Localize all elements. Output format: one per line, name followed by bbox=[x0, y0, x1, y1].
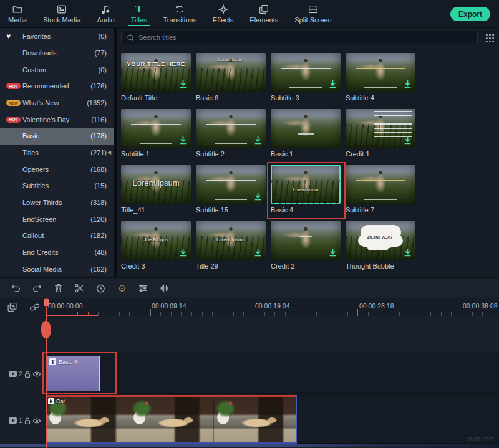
audio-wave-icon[interactable] bbox=[158, 282, 170, 293]
timeline-ruler[interactable]: 00:00:00:00 00:00:09:14 00:00:19:04 00:0… bbox=[46, 298, 499, 317]
split-screen-icon bbox=[308, 4, 319, 15]
lock-icon[interactable] bbox=[24, 370, 31, 378]
title-template-title-29[interactable]: Lorem ipsum Title 29 bbox=[196, 221, 266, 277]
sidebar-item-titles[interactable]: Titles (271) bbox=[0, 145, 114, 161]
undo-icon[interactable] bbox=[10, 282, 21, 293]
title-template-credit-1[interactable]: Credit 1 bbox=[346, 109, 415, 165]
sidebar-item-subtitles[interactable]: Subtitles (15) bbox=[0, 178, 114, 194]
sidebar-item-basic[interactable]: Basic (178) bbox=[0, 128, 114, 145]
clock-icon[interactable] bbox=[95, 282, 106, 293]
title-template-basic-1[interactable]: Basic 1 bbox=[271, 109, 341, 165]
titles-panel: YOUR TITLE HERE Default Title Lorem ipsu… bbox=[117, 28, 499, 277]
sidebar-item-custom[interactable]: Custom (0) bbox=[0, 61, 114, 78]
tab-elements[interactable]: Elements bbox=[241, 0, 286, 27]
filmora-window: Media Stock Media Audio T Titles Transit… bbox=[0, 0, 499, 448]
video-track-icon[interactable]: 1 bbox=[9, 417, 22, 424]
video-track-icon[interactable]: 2 bbox=[9, 371, 22, 378]
search-bar[interactable] bbox=[121, 31, 478, 44]
sidebar-item-social-media[interactable]: Social Media (162) bbox=[0, 260, 114, 277]
sidebar-item-downloads[interactable]: Downloads (77) bbox=[0, 45, 114, 62]
timeline-toolbar bbox=[0, 277, 499, 298]
download-icon[interactable] bbox=[254, 248, 262, 257]
template-thumbnail bbox=[346, 165, 415, 204]
download-icon[interactable] bbox=[254, 136, 262, 145]
panel-collapse-arrow[interactable]: ◀ bbox=[107, 150, 111, 155]
effects-star-icon bbox=[218, 4, 229, 15]
title-template-subtitle-15[interactable]: Subtitle 15 bbox=[196, 165, 266, 221]
sidebar-item-recommended[interactable]: HOT Recommended (176) bbox=[0, 78, 114, 95]
tab-transitions[interactable]: Transitions bbox=[155, 0, 205, 27]
tab-stock-media[interactable]: Stock Media bbox=[35, 0, 89, 27]
playhead-grip[interactable] bbox=[41, 321, 51, 338]
top-toolbar: Media Stock Media Audio T Titles Transit… bbox=[0, 0, 499, 28]
download-icon[interactable] bbox=[404, 248, 412, 257]
keyframe-diamond-icon[interactable] bbox=[116, 282, 127, 293]
template-thumbnail bbox=[196, 109, 266, 148]
adjust-sliders-icon[interactable] bbox=[137, 282, 148, 293]
sidebar-item-endscreen[interactable]: EndScreen (120) bbox=[0, 211, 114, 227]
title-clip-basic-4[interactable]: T Basic 4 bbox=[46, 356, 100, 391]
template-thumbnail bbox=[346, 109, 415, 148]
template-thumbnail: Lorem ipsum bbox=[271, 165, 341, 204]
sidebar-item-whats-new[interactable]: New What's New (1352) bbox=[0, 95, 114, 112]
download-icon[interactable] bbox=[179, 80, 187, 88]
title-template-subtitle-3[interactable]: Subtitle 3 bbox=[271, 53, 341, 109]
title-template-default-title[interactable]: YOUR TITLE HERE Default Title bbox=[121, 53, 191, 109]
sidebar-item-valentines-day[interactable]: HOT Valentine's Day (116) bbox=[0, 111, 114, 128]
tab-effects[interactable]: Effects bbox=[205, 0, 241, 27]
transitions-icon bbox=[174, 4, 185, 15]
tab-media[interactable]: Media bbox=[0, 0, 35, 27]
title-template-subtitle-2[interactable]: Subtitle 2 bbox=[196, 109, 266, 165]
video-clip-cat[interactable]: Cat bbox=[46, 395, 297, 444]
lock-icon[interactable] bbox=[24, 417, 31, 425]
music-note-icon bbox=[100, 4, 112, 15]
download-icon[interactable] bbox=[179, 136, 187, 145]
video-clip-label: Cat bbox=[56, 398, 65, 404]
tab-titles[interactable]: T Titles bbox=[123, 0, 155, 27]
download-icon[interactable] bbox=[254, 192, 262, 201]
export-button[interactable]: Export bbox=[450, 7, 490, 21]
eye-icon[interactable] bbox=[32, 371, 41, 378]
title-template-basic-4-selected[interactable]: Lorem ipsum Basic 4 bbox=[271, 165, 341, 221]
tab-audio[interactable]: Audio bbox=[89, 0, 123, 27]
download-icon[interactable] bbox=[404, 80, 412, 88]
scissors-icon[interactable] bbox=[74, 282, 85, 293]
template-thumbnail bbox=[196, 165, 266, 204]
title-template-credit-2[interactable]: Credit 2 bbox=[271, 221, 341, 277]
redo-icon[interactable] bbox=[31, 282, 42, 293]
sidebar-item-end-credits[interactable]: End Credits (48) bbox=[0, 244, 114, 261]
title-template-basic-6[interactable]: Lorem ipsum Basic 6 bbox=[196, 53, 266, 109]
template-thumbnail bbox=[271, 221, 341, 260]
ruler-timestamp: 00:00:19:04 bbox=[255, 302, 289, 310]
link-icon[interactable] bbox=[29, 302, 40, 313]
sidebar-item-callout[interactable]: Callout (182) bbox=[0, 227, 114, 244]
search-input[interactable] bbox=[138, 34, 472, 41]
download-icon[interactable] bbox=[329, 80, 337, 88]
trash-icon[interactable] bbox=[52, 282, 64, 293]
sidebar-item-lower-thirds[interactable]: Lower Thirds (318) bbox=[0, 194, 114, 211]
title-template-credit-3[interactable]: Joe Bloggs Credit 3 bbox=[121, 221, 191, 277]
tab-split-screen[interactable]: Split Screen bbox=[286, 0, 339, 27]
tab-transitions-label: Transitions bbox=[163, 16, 196, 24]
sidebar-item-openers[interactable]: Openers (168) bbox=[0, 161, 114, 178]
eye-icon[interactable] bbox=[32, 417, 41, 424]
title-template-thought-bubble[interactable]: DEMO TEXT Thought Bubble bbox=[346, 221, 415, 277]
template-thumbnail: Lorem ipsum bbox=[196, 53, 266, 92]
ruler-timestamp: 00:00:38:08 bbox=[463, 302, 497, 310]
track-header-gutter bbox=[0, 317, 46, 448]
title-template-subtitle-4[interactable]: Subtitle 4 bbox=[346, 53, 415, 109]
download-icon[interactable] bbox=[179, 248, 187, 257]
add-to-timeline-icon[interactable] bbox=[6, 302, 17, 313]
template-thumbnail: YOUR TITLE HERE bbox=[121, 53, 191, 92]
sidebar-item-favorites[interactable]: ♥ Favorites (0) bbox=[0, 28, 114, 45]
title-template-subtitle-7[interactable]: Subtitle 7 bbox=[346, 165, 415, 221]
download-icon[interactable] bbox=[404, 136, 412, 145]
hot-badge: HOT bbox=[6, 117, 21, 123]
title-template-title-41[interactable]: Lorem ipsum Title_41 bbox=[121, 165, 191, 221]
grid-view-icon[interactable] bbox=[484, 32, 495, 44]
track-2-controls: 2 bbox=[0, 366, 46, 381]
elements-layers-icon bbox=[258, 4, 269, 15]
new-badge: New bbox=[6, 100, 21, 106]
title-template-subtitle-1[interactable]: Subtitle 1 bbox=[121, 109, 191, 165]
download-icon[interactable] bbox=[329, 248, 337, 257]
